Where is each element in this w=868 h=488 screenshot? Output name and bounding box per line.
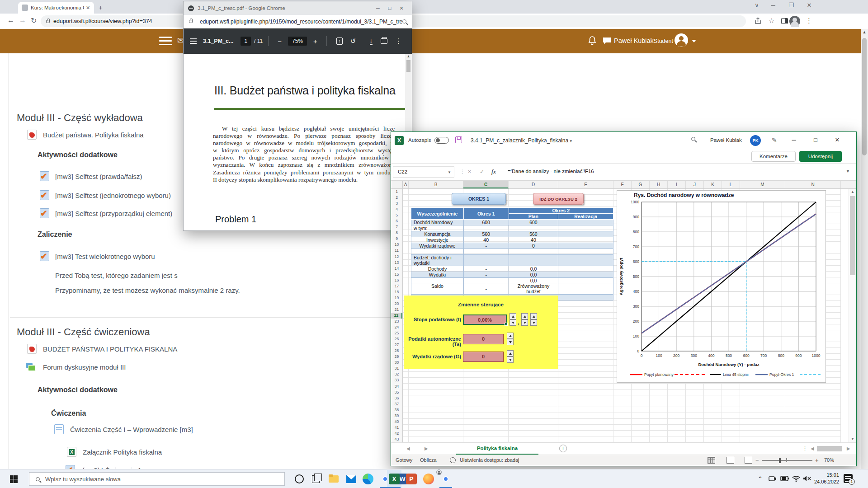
- forward-icon[interactable]: →: [19, 16, 26, 24]
- browser-scrollbar[interactable]: ▲: [861, 29, 868, 469]
- row-header-38[interactable]: 38: [391, 407, 402, 413]
- course-resource-item[interactable]: [mw3] Selftest (prawda/fałsz): [40, 173, 142, 180]
- table-row[interactable]: Konsumpcja560560: [411, 231, 613, 237]
- row-header-29[interactable]: 29: [391, 354, 402, 360]
- name-box[interactable]: C22▼: [393, 166, 454, 178]
- row-header-32[interactable]: 32: [391, 371, 402, 377]
- header-dropdown-caret-icon[interactable]: [692, 40, 696, 42]
- row-header-8[interactable]: 8: [391, 230, 402, 236]
- column-header-H[interactable]: H: [650, 181, 668, 188]
- browser-tab[interactable]: Kurs: Makroekonomia C+W (L21/ ✕: [18, 2, 94, 14]
- course-resource-item[interactable]: Załącznik Polityka fiskalna: [67, 448, 162, 456]
- excel-taskbar-icon[interactable]: X: [389, 474, 400, 484]
- column-header-C[interactable]: C: [463, 181, 509, 188]
- back-icon[interactable]: ←: [7, 16, 14, 24]
- row-header-13[interactable]: 13: [391, 260, 402, 266]
- row-header-16[interactable]: 16: [391, 277, 402, 283]
- formula-enter-icon[interactable]: ✓: [480, 169, 484, 175]
- row-header-17[interactable]: 17: [391, 283, 402, 289]
- wifi-icon[interactable]: [792, 475, 800, 482]
- zoom-in-button[interactable]: +: [815, 457, 819, 464]
- column-header-G[interactable]: G: [632, 181, 650, 188]
- spinner-control[interactable]: [507, 333, 514, 345]
- page-break-view-icon[interactable]: [745, 457, 752, 464]
- excel-minimize-button[interactable]: ─: [787, 136, 801, 143]
- tab-search-chevron-icon[interactable]: ∨: [750, 2, 763, 9]
- taskbar-clock[interactable]: 15:0124.06.2022: [813, 472, 839, 485]
- hamburger-menu-icon[interactable]: [159, 37, 172, 46]
- resource-link[interactable]: [mw3] Selftest (prawda/fałsz): [55, 173, 142, 180]
- course-resource-item[interactable]: Ćwiczenia Część I – Wprowadzenie [m3]: [54, 426, 193, 433]
- spinner-control[interactable]: [507, 350, 514, 363]
- row-header-14[interactable]: 14: [391, 266, 402, 272]
- pdf-print-icon[interactable]: [381, 38, 387, 44]
- mail-icon[interactable]: [346, 475, 356, 483]
- browser-profile-avatar[interactable]: [789, 16, 800, 27]
- share-button[interactable]: Udostępnij: [799, 151, 842, 162]
- table-row[interactable]: Inwestycje4040: [411, 237, 613, 243]
- row-header-22[interactable]: 22: [391, 313, 402, 319]
- browser-scrollbar-thumb[interactable]: [862, 38, 867, 155]
- worksheet-area[interactable]: 1234567891011121314151617181920212223242…: [391, 189, 856, 442]
- course-resource-item[interactable]: [mw3] Selftest (przyporządkuj element): [40, 210, 172, 217]
- pdf-window-titlebar[interactable]: 3.1_PM_c_tresc.pdf - Google Chrome ─ □ ✕: [184, 1, 412, 15]
- table-row[interactable]: Budżet: dochody i wydatki: [411, 255, 613, 266]
- comments-button[interactable]: Komentarze: [751, 151, 796, 162]
- course-resource-item[interactable]: [mw3] Test wielokrotnego wyboru: [40, 253, 155, 260]
- tab-close-icon[interactable]: ✕: [86, 5, 90, 11]
- sheet-tab-polityka-fiskalna[interactable]: Polityka fiskalna: [456, 443, 538, 455]
- table-row[interactable]: Dochody-0,0: [411, 266, 613, 272]
- row-header-3[interactable]: 3: [391, 201, 402, 206]
- row-header-6[interactable]: 6: [391, 218, 402, 224]
- bookmark-star-icon[interactable]: ☆: [769, 17, 774, 25]
- column-header-N[interactable]: N: [785, 181, 841, 188]
- row-header-41[interactable]: 41: [391, 425, 402, 431]
- column-header-F[interactable]: F: [613, 181, 632, 188]
- row-header-36[interactable]: 36: [391, 395, 402, 401]
- normal-view-icon[interactable]: [708, 457, 715, 464]
- hscroll-right-arrow-icon[interactable]: ▶: [847, 446, 850, 451]
- zoom-search-icon[interactable]: [402, 19, 406, 23]
- inking-pen-icon[interactable]: ✎: [772, 136, 777, 144]
- task-view-icon[interactable]: [311, 474, 322, 484]
- browser-close-button[interactable]: ✕: [803, 2, 816, 9]
- row-header-19[interactable]: 19: [391, 295, 402, 301]
- pdf-scrollbar-thumb[interactable]: [406, 60, 410, 72]
- scroll-up-arrow-icon[interactable]: ▲: [405, 54, 412, 59]
- excel-titlebar[interactable]: X Autozapis 3.4.1_PM_c_zalacznik_Polityk…: [391, 132, 856, 149]
- table-row[interactable]: w tym:: [411, 225, 613, 231]
- row-header-18[interactable]: 18: [391, 289, 402, 295]
- spinner-control[interactable]: [509, 313, 516, 326]
- taskbar-search-box[interactable]: Wpisz tu wyszukiwane słowa: [29, 472, 285, 486]
- course-resource-item[interactable]: Budżet państwa. Polityka fiskalna: [27, 131, 144, 139]
- pdf-download-icon[interactable]: ↓: [370, 37, 373, 45]
- panel-value-cell[interactable]: 0: [463, 352, 504, 362]
- column-header-I[interactable]: I: [668, 181, 686, 188]
- resource-link[interactable]: [mw3] Test wielokrotnego wyboru: [55, 253, 155, 260]
- sidebar-icon[interactable]: [781, 18, 788, 24]
- edge-icon[interactable]: [363, 474, 373, 484]
- row-header-33[interactable]: 33: [391, 377, 402, 383]
- pdf-zoom-in-button[interactable]: +: [313, 38, 317, 45]
- pdf-url-text[interactable]: eduport.wsfi.pl/pluginfile.php/19159/mod…: [200, 19, 402, 25]
- row-header-27[interactable]: 27: [391, 342, 402, 348]
- row-header-23[interactable]: 23: [391, 319, 402, 324]
- pdf-close-button[interactable]: ✕: [396, 5, 407, 11]
- scroll-up-arrow-icon[interactable]: ▲: [849, 189, 856, 195]
- column-header-K[interactable]: K: [704, 181, 722, 188]
- excel-search-icon[interactable]: [691, 137, 695, 141]
- column-header-A[interactable]: A: [403, 181, 409, 188]
- row-header-24[interactable]: 24: [391, 324, 402, 330]
- row-header-4[interactable]: 4: [391, 206, 402, 212]
- resource-link[interactable]: Ćwiczenia Część I – Wprowadzenie [m3]: [70, 426, 193, 433]
- insert-function-icon[interactable]: fx: [491, 169, 496, 175]
- sheet-next-arrow-icon[interactable]: ▶: [425, 446, 428, 451]
- column-header-D[interactable]: D: [509, 181, 558, 188]
- row-header-40[interactable]: 40: [391, 419, 402, 425]
- pdf-rotate-icon[interactable]: ↺: [350, 37, 356, 45]
- row-header-2[interactable]: 2: [391, 195, 402, 201]
- row-header-5[interactable]: 5: [391, 212, 402, 218]
- table-row[interactable]: Saldo- -0,0 Zrównoważony budżet: [411, 278, 613, 295]
- header-user-name[interactable]: Paweł KubiakStudent: [614, 37, 673, 44]
- save-icon[interactable]: [455, 136, 462, 143]
